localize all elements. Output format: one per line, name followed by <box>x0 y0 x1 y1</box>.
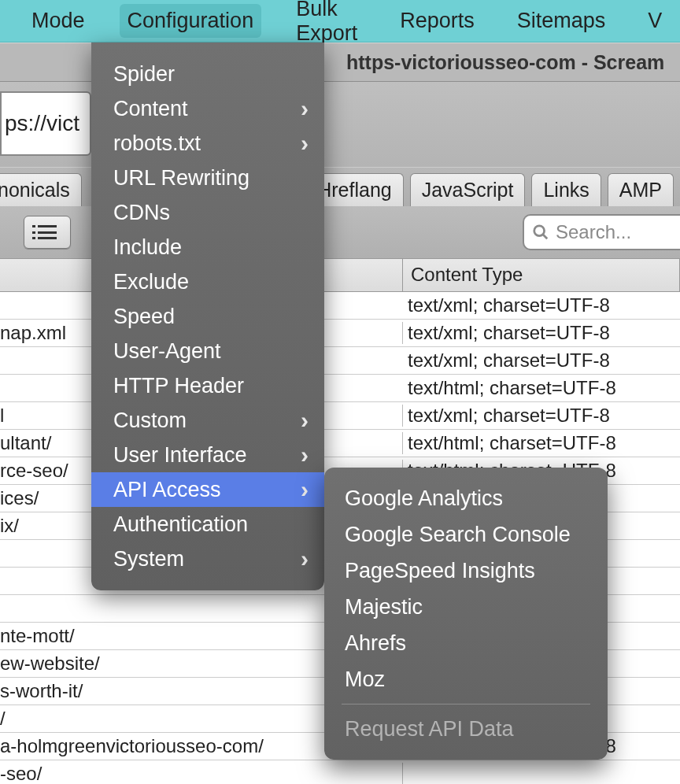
menu-sitemaps[interactable]: Sitemaps <box>509 4 614 38</box>
search-input[interactable]: Search... <box>523 214 680 250</box>
svg-line-1 <box>543 235 548 239</box>
menu-item-label: Include <box>113 235 182 260</box>
menu-item-user-agent[interactable]: User-Agent <box>91 334 324 368</box>
cell-content-type: text/xml; charset=UTF-8 <box>403 294 680 316</box>
th-content-type[interactable]: Content Type <box>403 259 680 291</box>
menu-item-label: Authentication <box>113 512 248 537</box>
list-icon <box>38 225 57 239</box>
menu-item-label: Custom <box>113 409 187 433</box>
tab-canonicals[interactable]: nonicals <box>0 173 82 206</box>
window-title-text: https-victoriousseo-com - Scream <box>346 51 664 74</box>
submenu-item-google-analytics[interactable]: Google Analytics <box>324 480 608 516</box>
table-row[interactable]: -seo/ <box>0 760 680 784</box>
menu-reports[interactable]: Reports <box>392 4 482 38</box>
menu-item-label: URL Rewriting <box>113 166 249 190</box>
submenu-item-pagespeed-insights[interactable]: PageSpeed Insights <box>324 553 608 589</box>
menu-item-url-rewriting[interactable]: URL Rewriting <box>91 161 324 195</box>
menu-item-label: User-Agent <box>113 339 221 364</box>
chevron-right-icon: › <box>301 442 309 468</box>
url-input[interactable]: ps://vict <box>0 91 91 156</box>
menu-item-custom[interactable]: Custom› <box>91 403 324 438</box>
menu-item-exclude[interactable]: Exclude <box>91 264 324 299</box>
submenu-separator <box>342 704 590 704</box>
cell-content-type: text/html; charset=UTF-8 <box>403 377 680 399</box>
menu-item-spider[interactable]: Spider <box>91 57 324 91</box>
menu-item-label: CDNs <box>113 201 170 225</box>
chevron-right-icon: › <box>301 130 309 157</box>
menu-item-label: Spider <box>113 62 175 87</box>
configuration-menu: SpiderContent›robots.txt›URL RewritingCD… <box>91 43 324 590</box>
submenu-item-google-search-console[interactable]: Google Search Console <box>324 516 608 553</box>
submenu-item-request-api-data: Request API Data <box>324 711 608 747</box>
cell-content-type: text/xml; charset=UTF-8 <box>403 405 680 427</box>
search-icon <box>532 224 549 241</box>
menu-item-http-header[interactable]: HTTP Header <box>91 368 324 403</box>
menu-item-include[interactable]: Include <box>91 230 324 264</box>
menu-item-label: robots.txt <box>113 131 201 156</box>
svg-point-0 <box>534 226 545 236</box>
menu-item-label: API Access <box>113 478 221 502</box>
menu-mode[interactable]: Mode <box>24 4 93 38</box>
chevron-right-icon: › <box>301 545 309 572</box>
chevron-right-icon: › <box>301 476 309 503</box>
menu-item-authentication[interactable]: Authentication <box>91 507 324 542</box>
url-input-text: ps://vict <box>5 111 79 136</box>
cell-content-type: text/html; charset=UTF-8 <box>403 432 680 454</box>
api-access-submenu: Google AnalyticsGoogle Search ConsolePag… <box>324 468 608 760</box>
menu-item-label: System <box>113 547 184 571</box>
tab-amp[interactable]: AMP <box>608 173 674 206</box>
menu-item-system[interactable]: System› <box>91 542 324 576</box>
submenu-item-ahrefs[interactable]: Ahrefs <box>324 625 608 661</box>
menu-item-label: User Interface <box>113 443 247 468</box>
menu-item-content[interactable]: Content› <box>91 91 324 126</box>
cell-content-type: text/xml; charset=UTF-8 <box>403 322 680 344</box>
cell-url: -seo/ <box>0 763 403 784</box>
menu-item-robots-txt[interactable]: robots.txt› <box>91 126 324 161</box>
submenu-item-majestic[interactable]: Majestic <box>324 589 608 625</box>
tab-javascript[interactable]: JavaScript <box>410 173 526 206</box>
list-view-button[interactable] <box>24 216 71 249</box>
cell-content-type: text/xml; charset=UTF-8 <box>403 349 680 372</box>
menu-item-api-access[interactable]: API Access› <box>91 472 324 507</box>
menu-item-label: Speed <box>113 305 175 329</box>
menu-item-label: Content <box>113 97 188 121</box>
menu-bar: Mode Configuration Bulk Export Reports S… <box>0 0 680 43</box>
menu-item-cdns[interactable]: CDNs <box>91 195 324 230</box>
menu-configuration[interactable]: Configuration <box>120 4 262 38</box>
menu-item-label: Exclude <box>113 270 189 294</box>
submenu-item-moz[interactable]: Moz <box>324 661 608 697</box>
menu-item-label: HTTP Header <box>113 374 244 398</box>
menu-item-user-interface[interactable]: User Interface› <box>91 438 324 472</box>
menu-cut[interactable]: V <box>640 4 670 38</box>
tab-links[interactable]: Links <box>531 173 601 206</box>
chevron-right-icon: › <box>301 95 309 122</box>
menu-item-speed[interactable]: Speed <box>91 299 324 334</box>
search-placeholder: Search... <box>556 221 631 243</box>
chevron-right-icon: › <box>301 407 309 434</box>
